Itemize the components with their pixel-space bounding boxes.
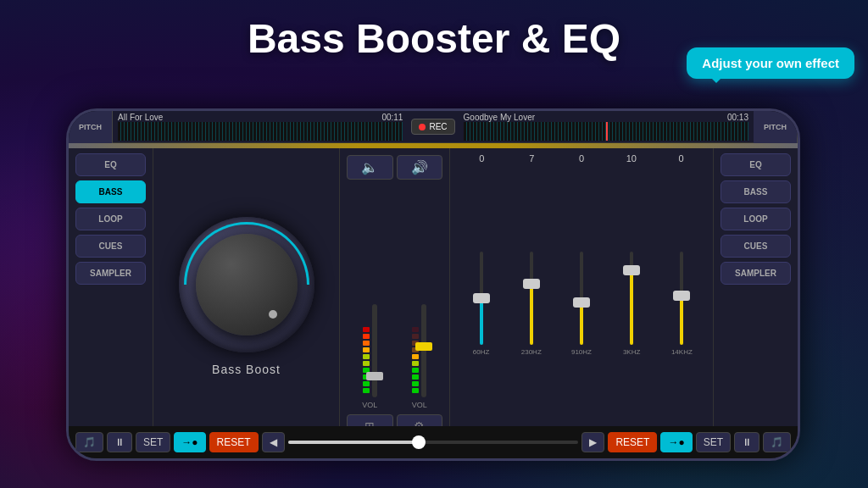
- tooltip-text: Adjust your own effect: [702, 56, 839, 70]
- left-eq-button[interactable]: EQ: [75, 153, 146, 176]
- waveform-right: [464, 122, 748, 141]
- waveform-left: [118, 122, 403, 141]
- eq-slider-60hz[interactable]: 60HZ: [465, 248, 498, 358]
- cue-button[interactable]: →●: [174, 432, 205, 452]
- knob-outer: [179, 217, 314, 352]
- eq-area: 0 7 0 10 0 60HZ: [450, 148, 713, 445]
- transport-bar: 🎵 ⏸ SET →● RESET ◀ ▶ RESET →● SET ⏸ 🎵: [69, 426, 798, 458]
- forward-button[interactable]: ▶: [581, 432, 604, 452]
- eq-val-3khz: 10: [615, 153, 648, 164]
- eq-freq-14khz: 14KHZ: [671, 348, 693, 356]
- left-sampler-button[interactable]: SAMPLER: [75, 262, 146, 285]
- cue-right-button[interactable]: →●: [660, 432, 692, 452]
- pause-button-right[interactable]: ⏸: [734, 432, 760, 452]
- vol-left-label: VOL: [362, 401, 377, 409]
- right-cues-button[interactable]: CUES: [721, 235, 791, 258]
- top-bar: PITCH All For Love 00:11 REC Goodbye My …: [69, 111, 798, 143]
- vol-down-button[interactable]: 🔈: [347, 155, 393, 180]
- reset-button-left[interactable]: RESET: [209, 432, 259, 452]
- eq-val-230hz: 7: [515, 153, 548, 164]
- pause-button-left[interactable]: ⏸: [107, 432, 132, 452]
- bass-knob-container[interactable]: [179, 217, 314, 352]
- right-eq-button[interactable]: EQ: [721, 153, 791, 176]
- vol-right-label: VOL: [412, 401, 427, 409]
- reset-button-right[interactable]: RESET: [608, 432, 657, 452]
- rec-indicator: [419, 124, 426, 130]
- eq-slider-230hz[interactable]: 230HZ: [515, 248, 548, 358]
- meters-row: VOL: [347, 185, 442, 409]
- music-note-right[interactable]: 🎵: [763, 432, 791, 452]
- eq-freq-910hz: 910HZ: [571, 348, 592, 356]
- progress-track[interactable]: [288, 441, 579, 444]
- left-bass-button[interactable]: BASS: [75, 180, 146, 203]
- vol-up-button[interactable]: 🔊: [397, 155, 443, 180]
- left-loop-button[interactable]: LOOP: [75, 208, 146, 230]
- timeline-marker: [606, 122, 608, 141]
- track-left-time: 00:11: [381, 113, 403, 122]
- right-sampler-button[interactable]: SAMPLER: [721, 262, 791, 285]
- knob-label: Bass Boost: [212, 363, 281, 376]
- right-bass-button[interactable]: BASS: [721, 180, 791, 203]
- rec-button[interactable]: REC: [411, 119, 454, 135]
- eq-freq-60hz: 60HZ: [473, 348, 490, 356]
- eq-slider-14khz[interactable]: 14KHZ: [665, 248, 698, 358]
- back-button[interactable]: ◀: [262, 432, 285, 452]
- eq-freq-230hz: 230HZ: [521, 348, 542, 356]
- eq-val-910hz: 0: [565, 153, 598, 164]
- set-button-left[interactable]: SET: [136, 432, 170, 452]
- rec-label: REC: [429, 122, 447, 131]
- eq-slider-910hz[interactable]: 910HZ: [565, 248, 598, 358]
- knob-indicator: [269, 310, 277, 319]
- left-panel: EQ BASS LOOP CUES SAMPLER: [69, 148, 153, 445]
- track-left-name: All For Love: [118, 113, 163, 122]
- eq-values-row: 0 7 0 10 0: [457, 153, 706, 164]
- right-panel: EQ BASS LOOP CUES SAMPLER: [713, 148, 798, 445]
- left-cues-button[interactable]: CUES: [75, 235, 146, 258]
- progress-fill: [288, 441, 419, 444]
- meter-buttons: 🔈 🔊: [347, 155, 442, 180]
- set-button-right[interactable]: SET: [696, 432, 731, 452]
- track-right-name: Goodbye My Lover: [464, 113, 536, 122]
- track-right-time: 00:13: [727, 113, 748, 122]
- meter-area: 🔈 🔊: [340, 148, 450, 445]
- main-content: EQ BASS LOOP CUES SAMPLER Bass Boost 🔈: [69, 148, 798, 445]
- eq-sliders: 60HZ 230HZ 910HZ: [457, 167, 706, 440]
- eq-val-14khz: 0: [665, 153, 698, 164]
- right-loop-button[interactable]: LOOP: [721, 208, 791, 230]
- phone-frame: PITCH All For Love 00:11 REC Goodbye My …: [66, 108, 800, 461]
- music-note-left[interactable]: 🎵: [75, 432, 103, 452]
- eq-slider-3khz[interactable]: 3KHZ: [615, 248, 648, 358]
- eq-val-60hz: 0: [465, 153, 498, 164]
- knob-inner: [196, 234, 298, 336]
- knob-area: Bass Boost: [153, 148, 340, 445]
- eq-freq-3khz: 3KHZ: [623, 348, 640, 356]
- tooltip-bubble: Adjust your own effect: [687, 47, 854, 79]
- progress-thumb: [412, 435, 426, 449]
- timeline-strip: [69, 143, 798, 148]
